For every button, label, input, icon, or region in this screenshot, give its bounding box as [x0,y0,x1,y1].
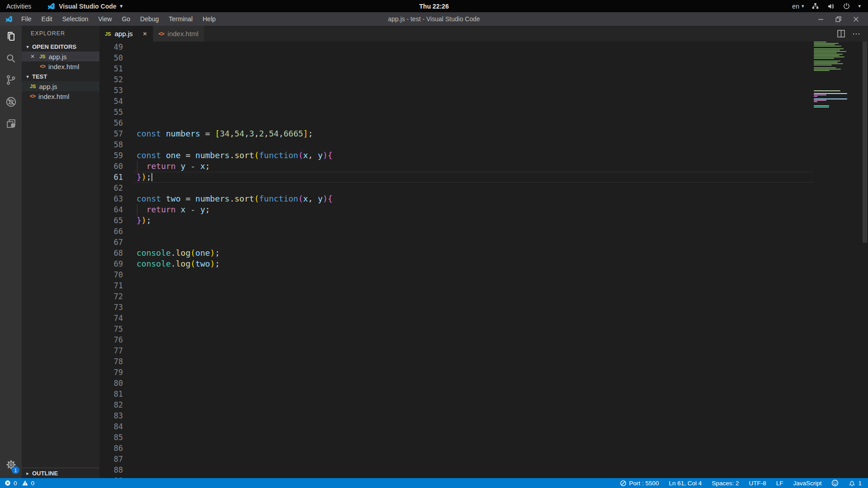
menu-terminal[interactable]: Terminal [164,15,198,23]
code-line-content[interactable] [134,324,814,334]
source-control-icon[interactable] [0,69,22,91]
code-line-60[interactable]: 60 return y - x; [99,161,868,172]
code-line-content[interactable] [134,345,814,356]
code-line-67[interactable]: 67 [99,237,868,248]
code-line-69[interactable]: 69console.log(two); [99,258,868,269]
menu-edit[interactable]: Edit [37,15,57,23]
line-number[interactable]: 62 [99,183,134,193]
code-line-content[interactable]: return x - y; [134,204,814,215]
scrollbar-thumb[interactable] [863,42,867,243]
app-menu-button[interactable]: Visual Studio Code ▾ [47,2,123,10]
code-line-content[interactable] [134,302,814,313]
code-line-57[interactable]: 57const numbers = [34,54,3,2,54,6665]; [99,128,868,139]
tab-indexhtml[interactable]: <> index.html [153,26,204,42]
code-line-79[interactable]: 79 [99,367,868,378]
code-line-content[interactable] [134,280,814,291]
line-number[interactable]: 54 [99,96,134,107]
line-number[interactable]: 65 [99,215,134,226]
volume-icon[interactable] [827,2,835,10]
line-number[interactable]: 79 [99,367,134,378]
line-number[interactable]: 87 [99,454,134,465]
code-line-81[interactable]: 81 [99,389,868,399]
line-number[interactable]: 56 [99,117,134,128]
code-line-content[interactable] [134,52,814,63]
line-number[interactable]: 50 [99,52,134,63]
code-line-58[interactable]: 58 [99,139,868,150]
code-line-content[interactable] [134,85,814,96]
explorer-icon[interactable] [0,26,22,47]
indentation[interactable]: Spaces: 2 [712,480,739,487]
menu-debug[interactable]: Debug [135,15,164,23]
code-line-content[interactable]: return y - x; [134,161,814,172]
code-line-75[interactable]: 75 [99,324,868,334]
line-number[interactable]: 71 [99,280,134,291]
code-line-content[interactable] [134,237,814,248]
more-actions-icon[interactable]: ⋯ [852,29,861,39]
code-line-content[interactable] [134,367,814,378]
code-line-76[interactable]: 76 [99,334,868,345]
keyboard-layout-indicator[interactable]: en ▾ [792,3,804,10]
code-line-content[interactable] [134,42,814,52]
line-number[interactable]: 83 [99,410,134,421]
restore-button[interactable] [835,16,841,22]
code-line-content[interactable] [134,454,814,465]
code-line-content[interactable] [134,410,814,421]
line-number[interactable]: 68 [99,248,134,258]
code-line-content[interactable] [134,183,814,193]
code-line-content[interactable] [134,378,814,389]
line-number[interactable]: 67 [99,237,134,248]
open-editors-header[interactable]: ▾ OPEN EDITORS [22,42,99,52]
code-line-content[interactable]: }); [134,215,814,226]
menu-go[interactable]: Go [117,15,135,23]
line-number[interactable]: 76 [99,334,134,345]
code-line-82[interactable]: 82 [99,399,868,410]
code-line-content[interactable] [134,389,814,399]
code-line-78[interactable]: 78 [99,356,868,367]
code-line-49[interactable]: 49 [99,42,868,52]
code-line-content[interactable] [134,334,814,345]
line-number[interactable]: 53 [99,85,134,96]
code-line-84[interactable]: 84 [99,421,868,432]
code-line-content[interactable] [134,96,814,107]
minimap[interactable] [814,42,862,478]
code-line-55[interactable]: 55 [99,107,868,117]
code-line-content[interactable] [134,226,814,237]
encoding[interactable]: UTF-8 [749,480,766,487]
code-line-content[interactable]: console.log(one); [134,248,814,258]
code-line-63[interactable]: 63const two = numbers.sort(function(x, y… [99,193,868,204]
power-icon[interactable] [843,2,850,10]
line-number[interactable]: 77 [99,345,134,356]
chevron-down-icon[interactable]: ▾ [858,3,861,9]
line-number[interactable]: 75 [99,324,134,334]
code-line-80[interactable]: 80 [99,378,868,389]
line-number[interactable]: 57 [99,128,134,139]
code-line-64[interactable]: 64 return x - y; [99,204,868,215]
line-number[interactable]: 69 [99,258,134,269]
close-button[interactable] [853,16,859,22]
line-number[interactable]: 78 [99,356,134,367]
line-number[interactable]: 60 [99,161,134,172]
code-line-88[interactable]: 88 [99,465,868,475]
code-line-86[interactable]: 86 [99,443,868,454]
tree-item-indexhtml[interactable]: <> index.html [22,91,99,101]
line-number[interactable]: 74 [99,313,134,324]
code-line-59[interactable]: 59const one = numbers.sort(function(x, y… [99,150,868,161]
minimize-button[interactable] [818,16,824,22]
code-line-content[interactable] [134,291,814,302]
code-line-content[interactable] [134,63,814,74]
menu-file[interactable]: File [16,15,37,23]
network-icon[interactable] [811,2,819,10]
code-line-51[interactable]: 51 [99,63,868,74]
errors-indicator[interactable]: 0 [5,480,17,487]
code-editor[interactable]: 495051525354555657const numbers = [34,54… [99,42,868,478]
code-line-68[interactable]: 68console.log(one); [99,248,868,258]
tab-appjs[interactable]: JS app.js ✕ [99,26,153,42]
activities-button[interactable]: Activities [6,3,31,10]
code-line-50[interactable]: 50 [99,52,868,63]
line-number[interactable]: 86 [99,443,134,454]
debug-icon[interactable] [0,91,22,113]
code-line-content[interactable] [134,443,814,454]
code-line-62[interactable]: 62 [99,183,868,193]
code-line-content[interactable] [134,421,814,432]
code-line-73[interactable]: 73 [99,302,868,313]
